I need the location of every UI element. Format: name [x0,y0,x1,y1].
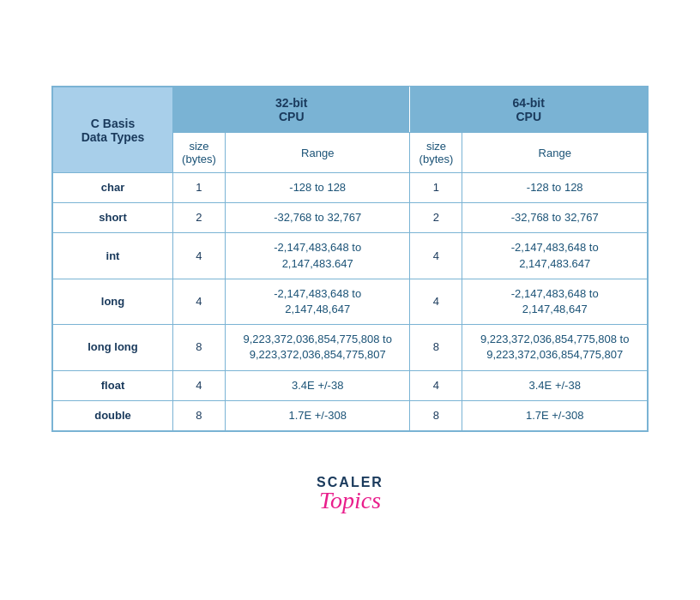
cell-range-32: 3.4E +/-38 [225,370,410,400]
table-container: C Basis Data Types 32-bit CPU 64-bit CPU… [51,86,649,432]
cell-type: float [53,370,173,400]
cell-size-32: 8 [173,325,226,370]
cell-size-32: 2 [173,203,226,233]
cell-range-64: 3.4E +/-38 [462,370,648,400]
table-row: short2-32,768 to 32,7672-32,768 to 32,76… [53,203,648,233]
cell-range-64: 9,223,372,036,854,775,808 to 9,223,372,0… [462,325,648,370]
table-row: long long89,223,372,036,854,775,808 to 9… [53,325,648,370]
cell-size-64: 4 [410,370,462,400]
subheader-size-32: size (bytes) [173,133,226,173]
header-basis: C Basis Data Types [53,87,173,173]
cell-range-32: -128 to 128 [225,173,410,203]
cell-size-64: 8 [410,325,462,370]
cell-range-32: 9,223,372,036,854,775,808 to 9,223,372,0… [225,325,410,370]
cell-size-32: 4 [173,279,226,324]
cell-size-32: 4 [173,370,226,400]
cell-size-64: 1 [410,173,462,203]
cell-range-64: -2,147,483,648 to 2,147,48,647 [462,279,648,324]
cell-range-64: 1.7E +/-308 [462,400,648,430]
cell-type: char [53,173,173,203]
cell-range-32: -2,147,483,648 to 2,147,483.647 [225,233,410,279]
cell-range-64: -128 to 128 [462,173,648,203]
cell-type: double [53,400,173,430]
cell-range-64: -32,768 to 32,767 [462,203,648,233]
table-row: int4-2,147,483,648 to 2,147,483.6474-2,1… [53,233,648,279]
subheader-size-64: size (bytes) [410,133,462,173]
cell-type: long [53,279,173,324]
table-row: float43.4E +/-3843.4E +/-38 [53,370,648,400]
table-row: double81.7E +/-30881.7E +/-308 [53,400,648,430]
cell-type: short [53,203,173,233]
data-types-table: C Basis Data Types 32-bit CPU 64-bit CPU… [52,87,648,431]
cell-range-64: -2,147,483,648 to 2,147,483.647 [462,233,648,279]
subheader-range-64: Range [462,133,648,173]
header-row-main: C Basis Data Types 32-bit CPU 64-bit CPU [53,87,648,133]
brand-subtitle: Topics [319,487,381,514]
cell-size-64: 8 [410,400,462,430]
page-wrapper: C Basis Data Types 32-bit CPU 64-bit CPU… [0,51,700,549]
table-row: char1-128 to 1281-128 to 128 [53,173,648,203]
cell-size-32: 4 [173,233,226,279]
cell-range-32: 1.7E +/-308 [225,400,410,430]
cell-size-32: 1 [173,173,226,203]
cell-type: int [53,233,173,279]
cell-size-64: 4 [410,233,462,279]
cell-size-32: 8 [173,400,226,430]
cell-size-64: 2 [410,203,462,233]
cell-type: long long [53,325,173,370]
cell-range-32: -32,768 to 32,767 [225,203,410,233]
table-row: long4-2,147,483,648 to 2,147,48,6474-2,1… [53,279,648,324]
table-body: char1-128 to 1281-128 to 128short2-32,76… [53,173,648,431]
cell-range-32: -2,147,483,648 to 2,147,48,647 [225,279,410,324]
brand-section: SCALER Topics [317,475,383,514]
header-32bit: 32-bit CPU [173,87,410,133]
header-64bit: 64-bit CPU [410,87,648,133]
cell-size-64: 4 [410,279,462,324]
subheader-range-32: Range [225,133,410,173]
